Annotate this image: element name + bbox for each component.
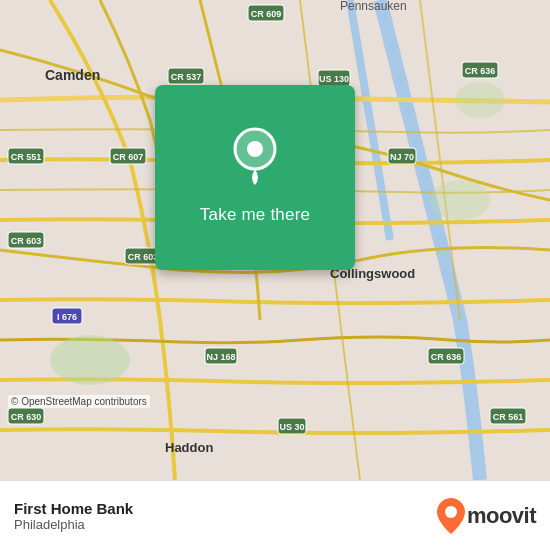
moovit-logo: moovit bbox=[437, 498, 536, 534]
svg-text:NJ 70: NJ 70 bbox=[390, 152, 414, 162]
location-city: Philadelphia bbox=[14, 517, 133, 532]
location-info: First Home Bank Philadelphia bbox=[14, 500, 133, 532]
svg-text:US 130: US 130 bbox=[319, 74, 349, 84]
svg-text:CR 609: CR 609 bbox=[251, 9, 282, 19]
svg-point-41 bbox=[445, 506, 457, 518]
svg-text:CR 603: CR 603 bbox=[11, 236, 42, 246]
svg-text:US 30: US 30 bbox=[279, 422, 304, 432]
svg-point-37 bbox=[455, 82, 505, 118]
svg-text:CR 561: CR 561 bbox=[493, 412, 524, 422]
take-me-there-button[interactable]: Take me there bbox=[192, 201, 318, 229]
moovit-brand-text: moovit bbox=[467, 503, 536, 529]
svg-text:CR 607: CR 607 bbox=[113, 152, 144, 162]
svg-text:CR 537: CR 537 bbox=[171, 72, 202, 82]
svg-text:CR 636: CR 636 bbox=[431, 352, 462, 362]
svg-text:Pennsauken: Pennsauken bbox=[340, 0, 407, 13]
svg-text:NJ 168: NJ 168 bbox=[206, 352, 235, 362]
svg-text:Haddon: Haddon bbox=[165, 440, 213, 455]
map-container: CR 609 US 130 CR 636 CR 537 CR 551 CR 60… bbox=[0, 0, 550, 480]
svg-point-35 bbox=[50, 335, 130, 385]
svg-text:CR 630: CR 630 bbox=[11, 412, 42, 422]
svg-text:CR 551: CR 551 bbox=[11, 152, 42, 162]
svg-point-36 bbox=[430, 180, 490, 220]
svg-text:Camden: Camden bbox=[45, 67, 100, 83]
location-card: Take me there bbox=[155, 85, 355, 270]
moovit-pin-icon bbox=[437, 498, 465, 534]
location-name: First Home Bank bbox=[14, 500, 133, 517]
bottom-bar: First Home Bank Philadelphia moovit bbox=[0, 480, 550, 550]
location-pin-icon bbox=[229, 127, 281, 187]
svg-text:CR 636: CR 636 bbox=[465, 66, 496, 76]
svg-text:CR 603: CR 603 bbox=[128, 252, 159, 262]
copyright-text: © OpenStreetMap contributors bbox=[8, 395, 150, 408]
svg-point-40 bbox=[247, 141, 263, 157]
svg-text:I 676: I 676 bbox=[57, 312, 77, 322]
